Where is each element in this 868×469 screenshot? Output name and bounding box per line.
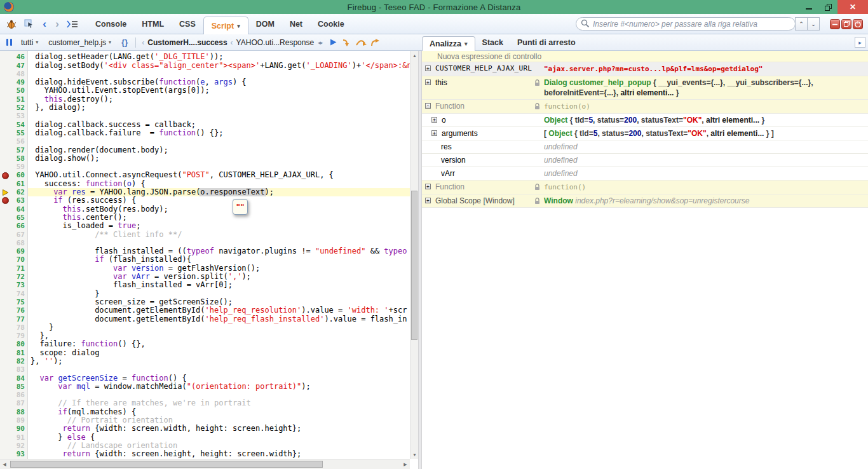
breakpoint-gutter-cell[interactable] [0, 365, 11, 374]
watch-row-version[interactable]: versionundefined [422, 154, 868, 167]
breakpoint-gutter-cell[interactable] [0, 315, 11, 323]
line-number[interactable]: 64 [11, 205, 28, 214]
breakpoint-gutter-cell[interactable] [0, 53, 11, 61]
line-number[interactable]: 68 [11, 239, 28, 247]
line-number[interactable]: 65 [11, 214, 28, 222]
breakpoint-dot[interactable] [0, 196, 11, 205]
breakpoint-gutter-cell[interactable] [0, 425, 11, 433]
scroll-down-icon[interactable]: ▼ [410, 450, 418, 459]
line-number[interactable]: 58 [11, 154, 28, 163]
continue-button[interactable] [326, 36, 340, 49]
line-number[interactable]: 90 [11, 425, 28, 433]
breakpoint-gutter-cell[interactable] [0, 121, 11, 129]
watch-row-res[interactable]: resundefined [422, 140, 868, 154]
line-number[interactable]: 66 [11, 222, 28, 230]
line-number[interactable]: 84 [11, 374, 28, 383]
breakpoint-dot[interactable] [0, 171, 11, 179]
firebug-detach-button[interactable] [841, 19, 851, 29]
watch-row-vArr[interactable]: vArrundefined [422, 167, 868, 180]
line-number[interactable]: 92 [11, 442, 28, 450]
tab-script[interactable]: Script ▾ [203, 17, 248, 34]
expand-toggle-icon[interactable]: + [425, 79, 431, 85]
history-back-icon[interactable]: ‹ [38, 18, 51, 31]
tab-html[interactable]: HTML [134, 14, 172, 34]
line-number[interactable]: 52 [11, 104, 28, 112]
firebug-minimize-button[interactable] [830, 19, 840, 29]
breakpoint-gutter-cell[interactable] [0, 408, 11, 416]
breakpoint-gutter-cell[interactable] [0, 78, 11, 86]
breakpoint-gutter-cell[interactable] [0, 290, 11, 298]
breakpoint-gutter-cell[interactable] [0, 383, 11, 391]
breakpoint-gutter-cell[interactable] [0, 70, 11, 78]
line-number[interactable]: 46 [11, 53, 28, 61]
line-number[interactable]: 54 [11, 121, 28, 129]
line-number[interactable]: 70 [11, 255, 28, 264]
watch-variable-name[interactable]: Global Scope [Window] [435, 196, 515, 206]
goto-line-search-input[interactable] [576, 17, 796, 31]
expand-toggle-icon[interactable]: + [431, 130, 437, 136]
line-number[interactable]: 48 [11, 70, 28, 78]
window-close-button[interactable]: ✕ [837, 0, 868, 14]
breakpoint-gutter-cell[interactable] [0, 433, 11, 442]
watch-variable-name[interactable]: o [442, 115, 446, 125]
watch-row-this[interactable]: +thisDialog customer_help_popup { __yui_… [422, 76, 868, 100]
line-number[interactable]: 75 [11, 298, 28, 306]
breakpoint-gutter-cell[interactable] [0, 137, 11, 146]
breakpoint-gutter-cell[interactable] [0, 86, 11, 95]
breakpoint-gutter-cell[interactable] [0, 95, 11, 104]
breakpoint-gutter-cell[interactable] [0, 357, 11, 365]
breakpoint-gutter-cell[interactable] [0, 273, 11, 281]
stack-frame-current[interactable]: CustomerH....success [147, 38, 227, 47]
line-number[interactable]: 80 [11, 340, 28, 348]
history-forward-icon[interactable]: › [51, 18, 64, 31]
breakpoint-gutter-cell[interactable] [0, 214, 11, 222]
current-line-marker[interactable] [0, 188, 11, 196]
file-selector-dropdown[interactable]: customer_help.js ▾ [48, 38, 111, 47]
scroll-up-icon[interactable]: ▲ [410, 51, 418, 60]
breakpoint-gutter-cell[interactable] [0, 222, 11, 230]
breakpoint-gutter-cell[interactable] [0, 62, 11, 70]
breakpoint-gutter-cell[interactable] [0, 104, 11, 112]
watch-variable-name[interactable]: this [435, 78, 447, 88]
watch-variable-name[interactable]: Function [435, 101, 465, 111]
line-number[interactable]: 47 [11, 62, 28, 70]
expand-toggle-icon[interactable]: + [425, 198, 431, 203]
line-number[interactable]: 87 [11, 399, 28, 407]
watch-row-o[interactable]: +oObject { tld=5, status=200, statusText… [422, 114, 868, 127]
watch-variable-name[interactable]: Function [435, 182, 465, 192]
breakpoint-gutter-cell[interactable] [0, 340, 11, 348]
line-number[interactable]: 74 [11, 290, 28, 298]
breakpoint-gutter-cell[interactable] [0, 163, 11, 171]
line-number[interactable]: 67 [11, 231, 28, 239]
step-into-button[interactable] [340, 36, 354, 49]
tab-css[interactable]: CSS [172, 14, 203, 34]
panel-list-icon[interactable] [65, 17, 80, 32]
line-number[interactable]: 77 [11, 315, 28, 323]
line-number[interactable]: 83 [11, 365, 28, 374]
tab-dom[interactable]: DOM [248, 14, 282, 34]
line-number[interactable]: 86 [11, 391, 28, 399]
tab-analizza[interactable]: Analizza ▾ [422, 36, 475, 51]
tab-punti-di-arresto[interactable]: Punti di arresto [510, 34, 583, 50]
line-number[interactable]: 78 [11, 323, 28, 332]
line-number[interactable]: 91 [11, 433, 28, 442]
breakpoint-gutter-cell[interactable] [0, 180, 11, 188]
script-filter-dropdown[interactable]: tutti ▾ [21, 38, 38, 47]
line-number[interactable]: 50 [11, 86, 28, 95]
watch-variable-name[interactable]: CUSTOMER_HELP_AJAX_URL [435, 64, 532, 74]
line-number[interactable]: 73 [11, 281, 28, 289]
expand-toggle-icon[interactable]: + [431, 117, 437, 123]
line-number[interactable]: 60 [11, 171, 28, 179]
breakpoint-gutter-cell[interactable] [0, 129, 11, 137]
watch-row-arguments[interactable]: +arguments[ Object { tld=5, status=200, … [422, 127, 868, 140]
breakpoint-gutter-cell[interactable] [0, 399, 11, 407]
watch-variable-name[interactable]: arguments [442, 128, 478, 139]
scroll-left-icon[interactable]: ◀ [0, 459, 9, 469]
watch-variable-name[interactable]: res [441, 142, 452, 152]
breakpoint-gutter-cell[interactable] [0, 391, 11, 399]
line-number[interactable]: 89 [11, 416, 28, 425]
line-number[interactable]: 85 [11, 383, 28, 391]
vertical-scrollbar-thumb[interactable] [411, 191, 417, 340]
breakpoint-gutter-cell[interactable] [0, 374, 11, 383]
breakpoint-gutter-cell[interactable] [0, 306, 11, 315]
